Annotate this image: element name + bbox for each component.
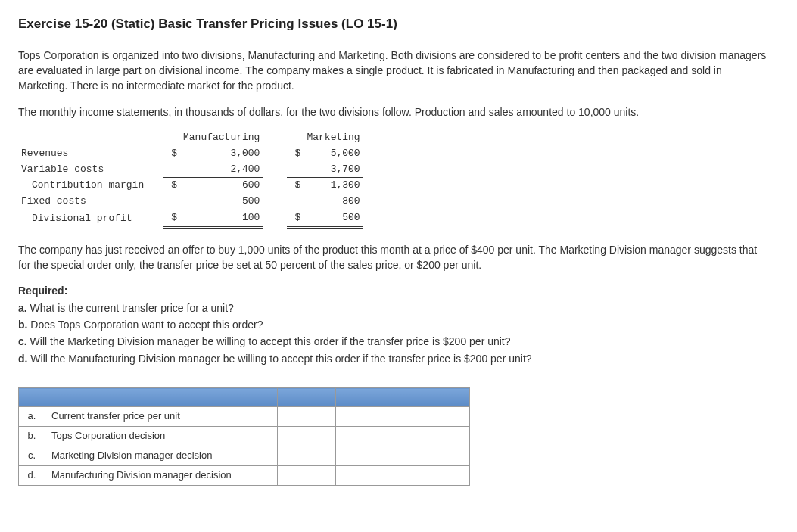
intro-paragraph-1: Tops Corporation is organized into two d… [18, 48, 767, 94]
answer-a-input-2[interactable] [336, 407, 470, 427]
answer-b-input-2[interactable] [336, 427, 470, 446]
answer-c-input-2[interactable] [336, 446, 470, 465]
row-fixed-costs-label: Fixed costs [18, 194, 163, 210]
answer-b-key: b. [19, 427, 45, 446]
revenues-marketing: 5,000 [304, 146, 363, 162]
col-header-marketing: Marketing [304, 130, 363, 146]
intro-paragraph-2: The monthly income statements, in thousa… [18, 104, 767, 120]
answer-b-input-1[interactable] [278, 427, 336, 446]
col-header-manufacturing: Manufacturing [180, 130, 263, 146]
answer-d-desc: Manufacturing Division manager decision [45, 465, 278, 485]
exercise-title: Exercise 15-20 (Static) Basic Transfer P… [18, 15, 779, 34]
offer-paragraph: The company has just received an offer t… [18, 242, 767, 273]
answer-a-desc: Current transfer price per unit [45, 407, 278, 427]
cm-manufacturing: 600 [180, 178, 263, 194]
requirement-d: d. Will the Manufacturing Division manag… [18, 351, 779, 366]
answer-c-desc: Marketing Division manager decision [45, 446, 278, 465]
answer-c-input-1[interactable] [278, 446, 336, 465]
answer-d-input-1[interactable] [278, 465, 336, 485]
row-contribution-margin-label: Contribution margin [18, 178, 163, 194]
answer-c-key: c. [19, 446, 45, 465]
variable-marketing: 3,700 [304, 162, 363, 178]
cm-marketing: 1,300 [304, 178, 363, 194]
fixed-marketing: 800 [304, 194, 363, 210]
requirement-a: a. What is the current transfer price fo… [18, 300, 779, 316]
row-revenues-label: Revenues [18, 146, 163, 162]
revenues-manufacturing: 3,000 [180, 146, 263, 162]
answer-header-col1 [278, 388, 336, 407]
answer-header-col2 [336, 388, 470, 407]
answer-d-key: d. [19, 465, 45, 485]
profit-manufacturing: 100 [180, 210, 263, 228]
variable-manufacturing: 2,400 [180, 162, 263, 178]
answer-d-input-2[interactable] [336, 465, 470, 485]
requirement-b: b. Does Tops Corporation want to accept … [18, 317, 779, 332]
required-label: Required: [18, 285, 67, 297]
fixed-manufacturing: 500 [180, 194, 263, 210]
answer-a-input-1[interactable] [278, 407, 336, 427]
answer-header-desc [45, 388, 278, 407]
answer-header-key [19, 388, 45, 407]
answer-a-key: a. [19, 407, 45, 427]
profit-marketing: 500 [304, 210, 363, 228]
row-divisional-profit-label: Divisional profit [18, 210, 163, 228]
answer-input-table: a. Current transfer price per unit b. To… [18, 387, 470, 485]
row-variable-costs-label: Variable costs [18, 162, 163, 178]
income-statement-table: Manufacturing Marketing Revenues $ 3,000… [18, 130, 363, 229]
requirement-c: c. Will the Marketing Division manager b… [18, 334, 779, 349]
answer-b-desc: Tops Corporation decision [45, 427, 278, 446]
